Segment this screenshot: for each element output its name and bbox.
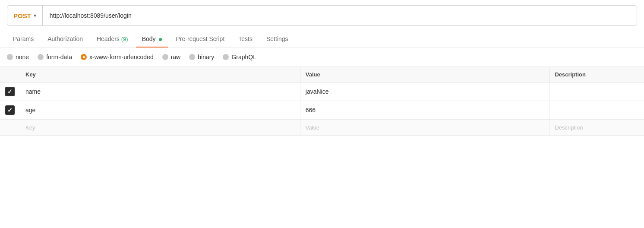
radio-x-www-form-urlencoded[interactable]: x-www-form-urlencoded bbox=[81, 54, 154, 60]
radio-graphql[interactable]: GraphQL bbox=[223, 54, 256, 60]
table-row: ✓ age 666 bbox=[0, 101, 644, 120]
row1-checkbox-cell[interactable]: ✓ bbox=[0, 82, 20, 101]
headers-badge: (9) bbox=[121, 36, 128, 42]
row1-checkbox[interactable]: ✓ bbox=[5, 87, 15, 96]
empty-row-key-cell[interactable]: Key bbox=[20, 120, 300, 136]
empty-row-desc-cell[interactable]: Description bbox=[549, 120, 644, 136]
row2-checkbox-cell[interactable]: ✓ bbox=[0, 101, 20, 120]
row1-key-value: name bbox=[25, 88, 41, 95]
row2-value-value: 666 bbox=[306, 107, 316, 114]
tab-headers[interactable]: Headers (9) bbox=[91, 31, 134, 48]
tab-authorization[interactable]: Authorization bbox=[41, 31, 89, 48]
table-row-empty: Key Value Description bbox=[0, 120, 644, 136]
tab-tests[interactable]: Tests bbox=[232, 31, 259, 48]
tab-params[interactable]: Params bbox=[7, 31, 40, 48]
tab-pre-request-script[interactable]: Pre-request Script bbox=[170, 31, 230, 48]
chevron-down-icon: ▾ bbox=[34, 13, 36, 19]
tab-settings[interactable]: Settings bbox=[260, 31, 294, 48]
table-header-row: Key Value Description bbox=[0, 67, 644, 82]
radio-circle-form-data bbox=[38, 54, 44, 60]
col-header-value: Value bbox=[300, 67, 549, 82]
row2-key-cell[interactable]: age bbox=[20, 101, 300, 120]
tabs-bar: Params Authorization Headers (9) Body Pr… bbox=[0, 31, 644, 48]
radio-circle-x-www-form-urlencoded bbox=[81, 54, 87, 60]
empty-desc-placeholder: Description bbox=[555, 124, 583, 131]
url-input[interactable] bbox=[43, 12, 637, 19]
row2-value-cell[interactable]: 666 bbox=[300, 101, 549, 120]
row1-value-value: javaNice bbox=[306, 88, 329, 95]
radio-circle-binary bbox=[189, 54, 195, 60]
row2-key-value: age bbox=[25, 107, 35, 114]
method-selector[interactable]: POST ▾ bbox=[7, 6, 43, 25]
tab-body[interactable]: Body bbox=[136, 31, 168, 48]
row1-desc-cell[interactable] bbox=[549, 82, 644, 101]
empty-key-placeholder: Key bbox=[25, 124, 35, 131]
radio-circle-none bbox=[7, 54, 13, 60]
params-table: Key Value Description ✓ name javaNice bbox=[0, 67, 644, 136]
checkmark-icon: ✓ bbox=[7, 107, 13, 113]
empty-row-checkbox-cell bbox=[0, 120, 20, 136]
radio-none[interactable]: none bbox=[7, 54, 29, 60]
method-label: POST bbox=[13, 12, 31, 19]
radio-raw[interactable]: raw bbox=[162, 54, 181, 60]
radio-binary[interactable]: binary bbox=[189, 54, 214, 60]
body-type-selector: none form-data x-www-form-urlencoded raw… bbox=[0, 48, 644, 67]
col-header-key: Key bbox=[20, 67, 300, 82]
empty-value-placeholder: Value bbox=[306, 124, 319, 131]
radio-form-data[interactable]: form-data bbox=[38, 54, 72, 60]
table-row: ✓ name javaNice bbox=[0, 82, 644, 101]
col-header-checkbox bbox=[0, 67, 20, 82]
radio-circle-raw bbox=[162, 54, 168, 60]
row2-checkbox[interactable]: ✓ bbox=[5, 105, 15, 115]
checkmark-icon: ✓ bbox=[7, 89, 13, 95]
row1-value-cell[interactable]: javaNice bbox=[300, 82, 549, 101]
empty-row-value-cell[interactable]: Value bbox=[300, 120, 549, 136]
row1-key-cell[interactable]: name bbox=[20, 82, 300, 101]
radio-circle-graphql bbox=[223, 54, 229, 60]
row2-desc-cell[interactable] bbox=[549, 101, 644, 120]
body-active-dot bbox=[159, 38, 162, 41]
url-bar: POST ▾ bbox=[7, 5, 637, 26]
col-header-description: Description bbox=[549, 67, 644, 82]
